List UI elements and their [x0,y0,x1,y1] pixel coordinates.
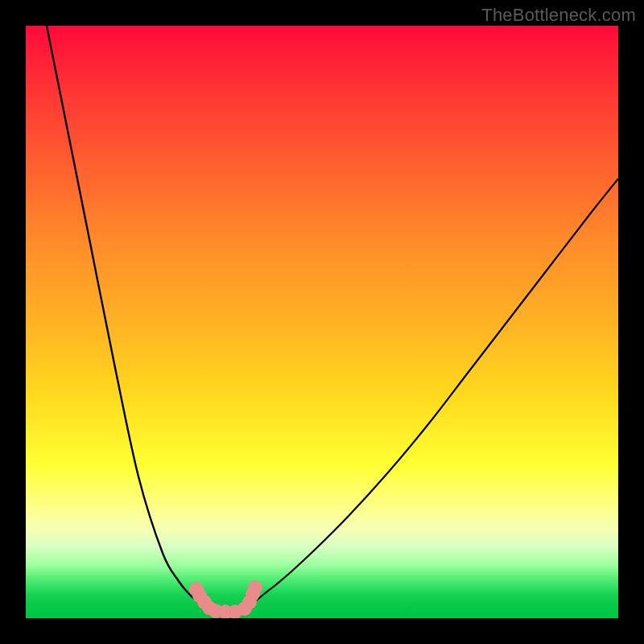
outer-frame: TheBottleneck.com [0,0,644,644]
curve-right-branch [242,179,618,612]
curve-left-branch [47,26,204,610]
marker-dot [248,580,262,595]
marker-cluster [189,580,262,618]
attribution-text: TheBottleneck.com [481,5,636,26]
plot-area [26,26,618,618]
chart-svg [26,26,618,618]
